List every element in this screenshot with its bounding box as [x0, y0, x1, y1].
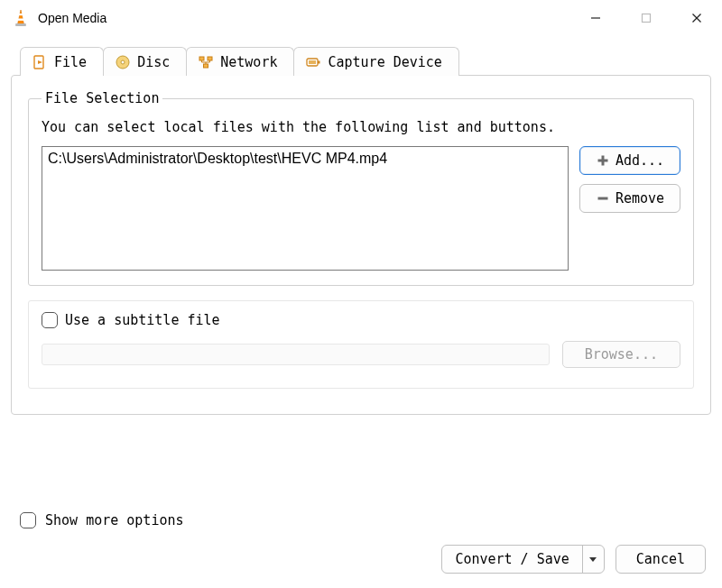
- minimize-button[interactable]: [570, 0, 621, 36]
- tab-network[interactable]: Network: [186, 47, 294, 76]
- main-area: File Disc Network Capture Devi: [0, 36, 722, 416]
- tab-bar: File Disc Network Capture Devi: [20, 47, 711, 76]
- tab-label: Network: [220, 54, 277, 70]
- chevron-down-icon: [588, 553, 597, 566]
- svg-marker-21: [589, 557, 597, 562]
- svg-rect-13: [208, 57, 212, 60]
- subtitle-path-input: [42, 344, 550, 365]
- remove-button[interactable]: Remove: [579, 184, 680, 213]
- svg-rect-5: [643, 14, 651, 23]
- tab-capture-device[interactable]: Capture Device: [293, 47, 458, 76]
- convert-save-split-button: Convert / Save: [441, 545, 604, 574]
- add-button[interactable]: Add...: [579, 146, 680, 175]
- subtitle-group: Use a subtitle file Browse...: [28, 300, 694, 389]
- vlc-cone-icon: [13, 9, 29, 27]
- svg-rect-14: [204, 64, 208, 68]
- capture-icon: [305, 54, 321, 70]
- file-list[interactable]: C:\Users\Administrator\Desktop\test\HEVC…: [42, 146, 569, 271]
- network-icon: [198, 54, 214, 70]
- tab-disc[interactable]: Disc: [103, 47, 187, 76]
- svg-point-11: [121, 60, 125, 64]
- svg-rect-17: [318, 61, 320, 64]
- svg-rect-12: [199, 57, 204, 60]
- svg-rect-1: [19, 14, 23, 15]
- tab-label: Disc: [137, 54, 170, 70]
- svg-rect-16: [309, 60, 316, 64]
- file-selection-legend: File Selection: [42, 90, 162, 106]
- tab-file[interactable]: File: [20, 47, 104, 76]
- convert-save-dropdown[interactable]: [582, 546, 604, 573]
- titlebar: Open Media: [0, 0, 722, 36]
- disc-icon: [115, 54, 131, 70]
- svg-rect-3: [15, 23, 26, 26]
- remove-button-label: Remove: [616, 190, 664, 207]
- show-more-options-label: Show more options: [45, 512, 184, 528]
- svg-rect-2: [18, 19, 23, 21]
- show-more-options-row: Show more options: [20, 512, 184, 528]
- use-subtitle-checkbox[interactable]: [42, 312, 58, 328]
- window-controls: [570, 0, 722, 36]
- file-list-item[interactable]: C:\Users\Administrator\Desktop\test\HEVC…: [48, 151, 562, 167]
- file-selection-group: File Selection You can select local file…: [28, 90, 694, 286]
- cancel-button[interactable]: Cancel: [616, 545, 706, 574]
- file-selection-help: You can select local files with the foll…: [42, 119, 680, 135]
- maximize-button[interactable]: [621, 0, 671, 36]
- show-more-options-checkbox[interactable]: [20, 512, 36, 528]
- file-icon: [32, 54, 48, 70]
- svg-marker-0: [18, 10, 24, 24]
- window-title: Open Media: [38, 11, 106, 25]
- browse-subtitle-button: Browse...: [562, 341, 680, 368]
- tab-label: File: [54, 54, 87, 70]
- tab-panel-file: File Selection You can select local file…: [11, 75, 711, 415]
- add-button-label: Add...: [616, 152, 664, 169]
- footer-buttons: Convert / Save Cancel: [441, 545, 706, 574]
- convert-save-button[interactable]: Convert / Save: [442, 546, 581, 573]
- plus-icon: [596, 153, 610, 168]
- close-button[interactable]: [671, 0, 722, 36]
- tab-label: Capture Device: [328, 54, 441, 70]
- use-subtitle-label: Use a subtitle file: [65, 312, 220, 328]
- minus-icon: [596, 191, 610, 206]
